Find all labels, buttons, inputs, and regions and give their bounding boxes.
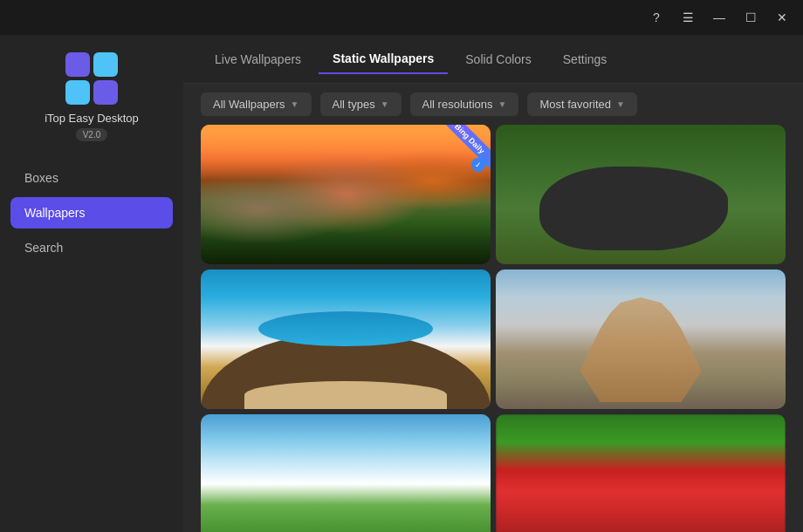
minimize-button[interactable]: — xyxy=(705,5,733,30)
filter-all-types[interactable]: All types ▼ xyxy=(320,92,402,116)
filter-all-types-label: All types xyxy=(333,98,375,111)
filter-bar: All Wallpapers ▼ All types ▼ All resolut… xyxy=(183,84,803,125)
filter-most-favorited-label: Most favorited xyxy=(539,98,611,111)
app-logo xyxy=(65,52,118,105)
app-version: V2.0 xyxy=(76,128,108,141)
sidebar: iTop Easy Desktop V2.0 Boxes Wallpapers … xyxy=(0,35,183,532)
logo-cell-3 xyxy=(65,80,90,105)
maximize-button[interactable]: ☐ xyxy=(737,5,765,30)
filter-all-wallpapers-label: All Wallpapers xyxy=(213,98,285,111)
wallpaper-item-2[interactable] xyxy=(496,125,786,264)
tab-live-wallpapers[interactable]: Live Wallpapers xyxy=(201,45,315,73)
filter-most-favorited[interactable]: Most favorited ▼ xyxy=(527,92,637,116)
tab-bar: Live Wallpapers Static Wallpapers Solid … xyxy=(183,35,803,84)
main-content: Live Wallpapers Static Wallpapers Solid … xyxy=(183,35,803,532)
tab-settings[interactable]: Settings xyxy=(549,45,621,73)
help-button[interactable]: ? xyxy=(642,5,670,30)
filter-all-resolutions-chevron: ▼ xyxy=(498,99,507,109)
close-button[interactable]: ✕ xyxy=(768,5,796,30)
logo-cell-2 xyxy=(93,52,118,77)
logo-cell-4 xyxy=(93,80,118,105)
filter-all-wallpapers-chevron: ▼ xyxy=(291,99,299,109)
wallpaper-item-4[interactable] xyxy=(496,269,786,409)
filter-all-types-chevron: ▼ xyxy=(381,99,389,109)
bing-daily-badge: Bing Daily ✓ xyxy=(429,125,491,186)
tab-solid-colors[interactable]: Solid Colors xyxy=(451,45,545,73)
wallpaper-item-3[interactable] xyxy=(201,269,491,409)
window-controls: ? ☰ — ☐ ✕ xyxy=(642,5,796,30)
sidebar-item-wallpapers[interactable]: Wallpapers xyxy=(10,197,173,228)
menu-button[interactable]: ☰ xyxy=(674,5,702,30)
logo-cell-1 xyxy=(65,52,90,77)
wallpaper-item-1[interactable]: Bing Daily ✓ xyxy=(201,125,491,264)
filter-most-favorited-chevron: ▼ xyxy=(616,99,625,109)
filter-all-resolutions[interactable]: All resolutions ▼ xyxy=(410,92,519,116)
sidebar-item-boxes[interactable]: Boxes xyxy=(10,162,173,194)
wallpaper-item-5[interactable] xyxy=(201,414,491,532)
filter-all-wallpapers[interactable]: All Wallpapers ▼ xyxy=(201,92,312,116)
sidebar-nav: Boxes Wallpapers Search xyxy=(0,162,183,263)
wallpaper-item-6[interactable] xyxy=(496,414,786,532)
wallpaper-grid: Bing Daily ✓ xyxy=(183,125,803,532)
app-title: iTop Easy Desktop xyxy=(45,112,139,125)
title-bar: ? ☰ — ☐ ✕ xyxy=(0,0,803,35)
app-body: iTop Easy Desktop V2.0 Boxes Wallpapers … xyxy=(0,35,803,532)
sidebar-item-search[interactable]: Search xyxy=(10,232,173,263)
filter-all-resolutions-label: All resolutions xyxy=(422,98,493,111)
bing-check-icon: ✓ xyxy=(471,158,485,172)
tab-static-wallpapers[interactable]: Static Wallpapers xyxy=(319,44,448,74)
